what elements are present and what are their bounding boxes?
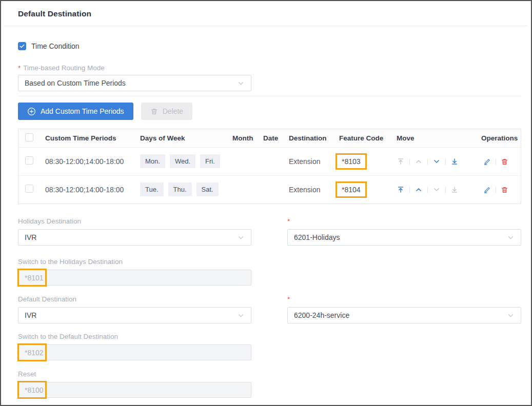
move-down-icon[interactable]	[432, 157, 441, 166]
switch-holidays-input: *8101	[18, 270, 251, 286]
feature-code-highlight: *8103	[336, 153, 367, 170]
col-header-feature-code: Feature Code	[334, 129, 391, 147]
col-header-destination: Destination	[284, 129, 334, 147]
cell-time-periods: 08:30-12:00;14:00-18:00	[40, 147, 135, 175]
cell-feature-code: *8103	[334, 147, 391, 175]
move-up-icon	[415, 157, 423, 166]
table-header-row: Custom Time Periods Days of Week Month D…	[18, 129, 521, 147]
cell-time-periods: 08:30-12:00;14:00-18:00	[40, 175, 135, 204]
cell-days-of-week: Mon.Wed.Fri.	[135, 147, 227, 175]
add-custom-time-periods-button[interactable]: Add Custom Time Periods	[18, 103, 133, 120]
chevron-down-icon	[237, 234, 245, 241]
switch-default-label: Switch to the Default Destination	[18, 332, 521, 341]
holidays-target-required-label: *	[287, 217, 521, 226]
cell-month	[227, 175, 258, 204]
default-destination-label: Default Destination	[18, 295, 251, 303]
routing-mode-select[interactable]: Based on Custom Time Periods	[18, 75, 251, 91]
col-header-days-of-week: Days of Week	[135, 129, 227, 147]
col-header-move: Move	[391, 129, 476, 147]
page-content: Time Condition * Time-based Routing Mode…	[1, 42, 531, 398]
row-checkbox[interactable]	[25, 185, 33, 193]
col-header-month: Month	[227, 129, 258, 147]
routing-mode-label: * Time-based Routing Mode	[18, 64, 521, 72]
table-row: 08:30-12:00;14:00-18:00 Tue.Thu.Sat. Ext…	[18, 175, 521, 204]
default-destination-page: Default Destination Time Condition * Tim…	[0, 0, 532, 406]
reset-input: *8100	[18, 382, 251, 398]
day-tag: Fri.	[200, 154, 220, 168]
day-tag: Wed.	[170, 154, 195, 168]
check-icon	[19, 43, 25, 49]
destination-form: Holidays Destination IVR * 6201-Holidays	[18, 217, 521, 398]
move-to-top-icon	[397, 157, 405, 166]
cell-destination: Extension	[284, 147, 334, 175]
col-header-operations: Operations	[476, 129, 521, 147]
default-destination-select[interactable]: IVR	[18, 307, 251, 323]
delete-button: Delete	[141, 103, 192, 120]
cell-date	[258, 175, 284, 204]
cell-operations	[476, 175, 521, 204]
routing-mode-value: Based on Custom Time Periods	[25, 79, 126, 87]
move-up-icon[interactable]	[415, 186, 423, 194]
section-divider	[18, 96, 521, 96]
edit-icon[interactable]	[483, 186, 491, 194]
holidays-destination-select[interactable]: IVR	[18, 229, 251, 246]
reset-label: Reset	[18, 370, 521, 378]
trash-icon	[150, 108, 158, 115]
holidays-destination-target-select[interactable]: 6201-Holidays	[287, 229, 521, 246]
move-to-bottom-icon	[450, 186, 459, 194]
day-tag: Sat.	[196, 182, 219, 196]
chevron-down-icon	[237, 79, 245, 87]
move-down-icon	[432, 186, 441, 194]
col-header-date: Date	[258, 129, 284, 147]
day-tag: Thu.	[168, 182, 192, 196]
cell-move	[391, 147, 476, 175]
col-header-time-periods: Custom Time Periods	[40, 129, 135, 147]
day-tag: Tue.	[140, 182, 164, 196]
time-condition-label: Time Condition	[31, 42, 80, 50]
chevron-down-icon	[237, 312, 245, 319]
cell-date	[258, 147, 284, 175]
delete-row-trash-icon[interactable]	[501, 186, 508, 194]
toolbar: Add Custom Time Periods Delete	[18, 103, 521, 120]
header-divider	[4, 26, 528, 26]
required-asterisk: *	[287, 217, 290, 225]
switch-default-input: *8102	[18, 344, 251, 360]
select-all-checkbox[interactable]	[25, 133, 33, 141]
time-condition-checkbox[interactable]	[18, 42, 26, 50]
delete-row-trash-icon[interactable]	[501, 158, 508, 166]
required-asterisk: *	[287, 295, 290, 303]
switch-holidays-label: Switch to the Holidays Destination	[18, 257, 521, 266]
custom-time-periods-table: Custom Time Periods Days of Week Month D…	[18, 129, 521, 204]
cell-days-of-week: Tue.Thu.Sat.	[135, 175, 227, 204]
default-destination-target-select[interactable]: 6200-24h-service	[287, 307, 521, 323]
holidays-destination-label: Holidays Destination	[18, 217, 251, 226]
default-target-required-label: *	[287, 295, 521, 303]
move-to-bottom-icon[interactable]	[450, 157, 459, 166]
required-asterisk: *	[18, 64, 21, 72]
chevron-down-icon	[507, 312, 515, 319]
row-checkbox[interactable]	[25, 156, 33, 165]
page-title: Default Destination	[18, 9, 514, 18]
plus-circle-icon	[27, 107, 36, 116]
table-row: 08:30-12:00;14:00-18:00 Mon.Wed.Fri. Ext…	[18, 147, 521, 175]
page-header: Default Destination	[1, 1, 531, 18]
cell-operations	[476, 147, 521, 175]
cell-move	[391, 175, 476, 204]
edit-icon[interactable]	[483, 158, 491, 166]
day-tag: Mon.	[140, 154, 165, 168]
chevron-down-icon	[507, 234, 515, 241]
move-to-top-icon[interactable]	[397, 186, 405, 194]
feature-code-highlight: *8104	[336, 181, 367, 198]
cell-feature-code: *8104	[334, 175, 391, 204]
time-condition-checkbox-row[interactable]: Time Condition	[18, 42, 80, 50]
cell-destination: Extension	[284, 175, 334, 204]
cell-month	[227, 147, 258, 175]
